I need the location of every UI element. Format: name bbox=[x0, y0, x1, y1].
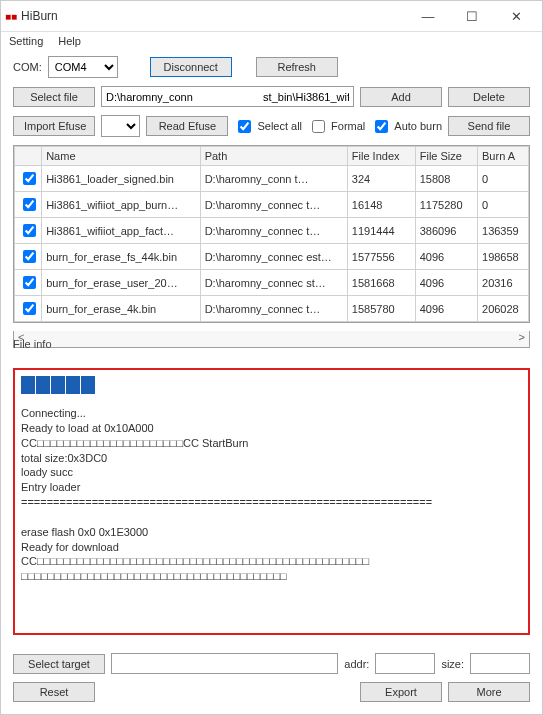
row-check[interactable] bbox=[15, 270, 42, 296]
th-path: Path bbox=[200, 147, 347, 166]
table-row[interactable]: burn_for_erase_4k.binD:\haromny_connec t… bbox=[15, 296, 529, 322]
log-text: Connecting... Ready to load at 0x10A000 … bbox=[21, 406, 522, 584]
maximize-button[interactable]: ☐ bbox=[450, 2, 494, 30]
row-index: 1581668 bbox=[347, 270, 415, 296]
row-name: burn_for_erase_user_20… bbox=[42, 270, 201, 296]
formal-checkbox[interactable]: Formal bbox=[308, 117, 365, 136]
row-size: 4096 bbox=[415, 244, 477, 270]
export-button[interactable]: Export bbox=[360, 682, 442, 702]
row-name: Hi3861_wifiiot_app_burn… bbox=[42, 192, 201, 218]
row-path: D:\haromny_connec st… bbox=[200, 270, 347, 296]
efuse-combo[interactable] bbox=[101, 115, 140, 137]
log-area: Connecting... Ready to load at 0x10A000 … bbox=[13, 368, 530, 635]
file-path-input[interactable] bbox=[101, 86, 354, 107]
reset-button[interactable]: Reset bbox=[13, 682, 95, 702]
file-row: Select file Add Delete bbox=[13, 86, 530, 107]
bottom-section: Select target addr: size: Reset Export M… bbox=[13, 653, 530, 702]
row-check[interactable] bbox=[15, 244, 42, 270]
row-burn: 20316 bbox=[478, 270, 529, 296]
row-burn: 0 bbox=[478, 166, 529, 192]
com-label: COM: bbox=[13, 61, 42, 73]
progress-bar bbox=[21, 376, 522, 394]
select-all-checkbox[interactable]: Select all bbox=[234, 117, 302, 136]
table-header-row: Name Path File Index File Size Burn A bbox=[15, 147, 529, 166]
row-burn: 136359 bbox=[478, 218, 529, 244]
com-row: COM: COM4 Disconnect Refresh bbox=[13, 56, 530, 78]
row-check[interactable] bbox=[15, 166, 42, 192]
select-target-button[interactable]: Select target bbox=[13, 654, 105, 674]
disconnect-button[interactable]: Disconnect bbox=[150, 57, 232, 77]
table-row[interactable]: Hi3861_loader_signed.binD:\haromny_conn … bbox=[15, 166, 529, 192]
th-size: File Size bbox=[415, 147, 477, 166]
menu-setting[interactable]: Setting bbox=[9, 35, 43, 47]
efuse-row: Import Efuse Read Efuse Select all Forma… bbox=[13, 115, 530, 137]
more-button[interactable]: More bbox=[448, 682, 530, 702]
table-row[interactable]: Hi3861_wifiiot_app_burn…D:\haromny_conne… bbox=[15, 192, 529, 218]
row-index: 324 bbox=[347, 166, 415, 192]
autoburn-box[interactable] bbox=[375, 120, 388, 133]
row-size: 4096 bbox=[415, 296, 477, 322]
th-check bbox=[15, 147, 42, 166]
row-check[interactable] bbox=[15, 192, 42, 218]
file-table: Name Path File Index File Size Burn A Hi… bbox=[13, 145, 530, 323]
addr-label: addr: bbox=[344, 658, 369, 670]
send-file-button[interactable]: Send file bbox=[448, 116, 530, 136]
th-burn: Burn A bbox=[478, 147, 529, 166]
row-size: 386096 bbox=[415, 218, 477, 244]
row-path: D:\haromny_connec est… bbox=[200, 244, 347, 270]
row-check[interactable] bbox=[15, 296, 42, 322]
import-efuse-button[interactable]: Import Efuse bbox=[13, 116, 95, 136]
window-buttons: — ☐ ✕ bbox=[406, 2, 538, 30]
table-row[interactable]: Hi3861_wifiiot_app_fact…D:\haromny_conne… bbox=[15, 218, 529, 244]
target-input[interactable] bbox=[111, 653, 338, 674]
row-name: Hi3861_loader_signed.bin bbox=[42, 166, 201, 192]
app-icon: ■■ bbox=[5, 11, 17, 22]
read-efuse-button[interactable]: Read Efuse bbox=[146, 116, 228, 136]
row-path: D:\haromny_connec t… bbox=[200, 192, 347, 218]
formal-box[interactable] bbox=[312, 120, 325, 133]
add-button[interactable]: Add bbox=[360, 87, 442, 107]
com-select[interactable]: COM4 bbox=[48, 56, 118, 78]
size-input[interactable] bbox=[470, 653, 530, 674]
refresh-button[interactable]: Refresh bbox=[256, 57, 338, 77]
row-name: Hi3861_wifiiot_app_fact… bbox=[42, 218, 201, 244]
log-title: File info bbox=[13, 338, 530, 350]
row-burn: 198658 bbox=[478, 244, 529, 270]
app-body: COM: COM4 Disconnect Refresh Select file… bbox=[1, 50, 542, 714]
row-size: 15808 bbox=[415, 166, 477, 192]
autoburn-checkbox[interactable]: Auto burn bbox=[371, 117, 442, 136]
row-size: 1175280 bbox=[415, 192, 477, 218]
th-index: File Index bbox=[347, 147, 415, 166]
row-index: 1585780 bbox=[347, 296, 415, 322]
minimize-button[interactable]: — bbox=[406, 2, 450, 30]
menu-help[interactable]: Help bbox=[58, 35, 81, 47]
row-index: 1577556 bbox=[347, 244, 415, 270]
row-path: D:\haromny_connec t… bbox=[200, 296, 347, 322]
select-file-button[interactable]: Select file bbox=[13, 87, 95, 107]
addr-input[interactable] bbox=[375, 653, 435, 674]
row-path: D:\haromny_conn t… bbox=[200, 166, 347, 192]
th-name: Name bbox=[42, 147, 201, 166]
table-row[interactable]: burn_for_erase_user_20…D:\haromny_connec… bbox=[15, 270, 529, 296]
delete-button[interactable]: Delete bbox=[448, 87, 530, 107]
row-check[interactable] bbox=[15, 218, 42, 244]
size-label: size: bbox=[441, 658, 464, 670]
row-burn: 206028 bbox=[478, 296, 529, 322]
titlebar: ■■ HiBurn — ☐ ✕ bbox=[1, 1, 542, 32]
row-path: D:\haromny_connec t… bbox=[200, 218, 347, 244]
table-row[interactable]: burn_for_erase_fs_44k.binD:\haromny_conn… bbox=[15, 244, 529, 270]
row-name: burn_for_erase_4k.bin bbox=[42, 296, 201, 322]
row-burn: 0 bbox=[478, 192, 529, 218]
select-all-box[interactable] bbox=[238, 120, 251, 133]
row-size: 4096 bbox=[415, 270, 477, 296]
close-button[interactable]: ✕ bbox=[494, 2, 538, 30]
menubar: Setting Help bbox=[1, 32, 542, 50]
row-name: burn_for_erase_fs_44k.bin bbox=[42, 244, 201, 270]
row-index: 16148 bbox=[347, 192, 415, 218]
app-window: ■■ HiBurn — ☐ ✕ Setting Help COM: COM4 D… bbox=[0, 0, 543, 715]
row-index: 1191444 bbox=[347, 218, 415, 244]
app-title: HiBurn bbox=[21, 9, 406, 23]
